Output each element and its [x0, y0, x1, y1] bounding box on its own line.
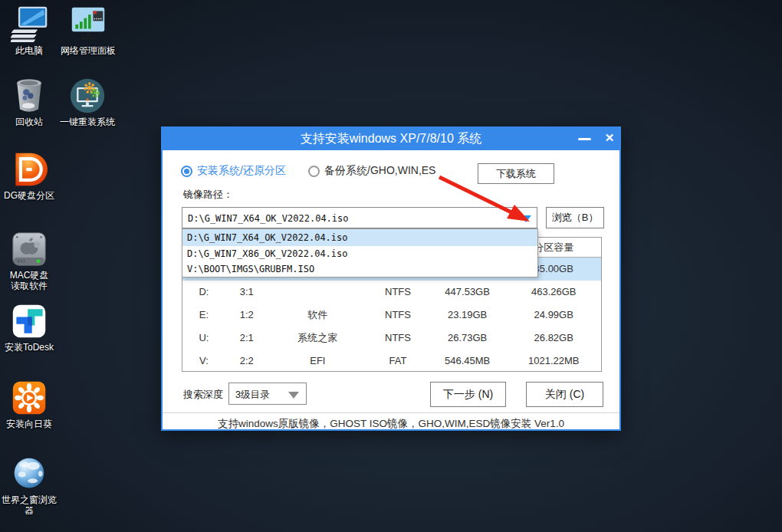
- install-todesk-icon: [11, 303, 48, 340]
- install-sunflower-icon: [11, 379, 48, 416]
- table-row[interactable]: D: 3:1 NTFS 447.53GB 463.26GB: [182, 281, 601, 304]
- browse-button[interactable]: 浏览（B）: [546, 207, 604, 228]
- image-path-combobox[interactable]: D:\G_WIN7_X64_OK_V2022.04.iso: [182, 207, 537, 228]
- desktop-icon-label: 一键重装系统: [58, 117, 117, 127]
- desktop-icon-label: 安装ToDesk: [0, 342, 58, 353]
- dropdown-item[interactable]: D:\G_WIN7_X86_OK_V2022.04.iso: [182, 246, 537, 261]
- next-step-button[interactable]: 下一步 (N): [430, 382, 506, 407]
- dialog-title: 支持安装windows XP/7/8/10 系统: [161, 126, 621, 150]
- dialog-titlebar: 支持安装windows XP/7/8/10 系统 ✕: [161, 126, 621, 150]
- this-pc-icon: [11, 6, 48, 43]
- desktop-icon-world-window-browser[interactable]: 世界之窗浏览器: [0, 455, 58, 516]
- minimize-icon[interactable]: [575, 131, 595, 146]
- desktop-icon-label: 此电脑: [0, 45, 58, 56]
- download-system-button[interactable]: 下载系统: [478, 163, 554, 184]
- search-depth-label: 搜索深度: [183, 388, 223, 402]
- install-dialog: 支持安装windows XP/7/8/10 系统 ✕ 安装系统/还原分区 备份系…: [161, 126, 621, 431]
- search-depth-value: 3级目录: [235, 389, 269, 402]
- desktop-icon-install-todesk[interactable]: 安装ToDesk: [0, 303, 58, 353]
- select-caret-icon: [288, 392, 299, 399]
- radio-install-label: 安装系统/还原分区: [197, 164, 286, 178]
- desktop-icon-mac-disk-reader[interactable]: MAC硬盘读取软件: [0, 231, 58, 291]
- desktop-icon-label: 安装向日葵: [0, 419, 58, 429]
- radio-unselected-icon: [308, 166, 320, 177]
- desktop-icon-one-key-reinstall[interactable]: 一键重装系统: [58, 77, 117, 127]
- desktop-icon-label: DG硬盘分区: [0, 190, 58, 201]
- combobox-caret-icon[interactable]: [521, 215, 531, 222]
- radio-install-system[interactable]: 安装系统/还原分区: [181, 164, 286, 178]
- radio-selected-icon: [181, 166, 192, 177]
- desktop-icon-label: 网络管理面板: [59, 45, 117, 56]
- desktop-icon-label: 世界之窗浏览器: [0, 494, 58, 516]
- desktop-icon-dg-partition[interactable]: DG硬盘分区: [0, 151, 58, 201]
- desktop-icon-recycle-bin[interactable]: 回收站: [0, 77, 58, 127]
- desktop-icon-install-sunflower[interactable]: 安装向日葵: [0, 379, 58, 429]
- close-icon[interactable]: ✕: [601, 130, 618, 146]
- radio-backup-label: 备份系统/GHO,WIN,ES: [324, 164, 435, 178]
- desktop-icon-network-panel[interactable]: 网络管理面板: [59, 6, 117, 56]
- desktop-icon-this-pc[interactable]: 此电脑: [0, 6, 58, 56]
- one-key-reinstall-icon: [69, 77, 106, 114]
- image-path-dropdown-list: D:\G_WIN7_X64_OK_V2022.04.iso D:\G_WIN7_…: [182, 228, 538, 277]
- search-depth-select[interactable]: 3级目录: [228, 383, 307, 405]
- close-dialog-button[interactable]: 关闭 (C): [526, 382, 603, 407]
- dropdown-item[interactable]: V:\BOOT\IMGS\GRUBFM.ISO: [182, 261, 537, 277]
- table-row[interactable]: V: 2:2 EFI FAT 546.45MB 1021.22MB: [182, 350, 601, 373]
- dropdown-item[interactable]: D:\G_WIN7_X64_OK_V2022.04.iso: [182, 229, 537, 246]
- radio-backup-system[interactable]: 备份系统/GHO,WIN,ES: [308, 164, 435, 178]
- desktop-icon-label: 回收站: [0, 117, 58, 127]
- desktop-icon-label: MAC硬盘读取软件: [5, 270, 53, 291]
- dialog-footer-text: 支持windows原版镜像，GHOST ISO镜像，GHO,WIM,ESD镜像安…: [163, 412, 619, 431]
- network-panel-icon: [70, 6, 107, 43]
- world-window-browser-icon: [11, 455, 48, 492]
- dg-partition-icon: [11, 151, 48, 188]
- mac-disk-reader-icon: [11, 231, 48, 268]
- image-path-label: 镜像路径：: [183, 188, 233, 202]
- image-path-value: D:\G_WIN7_X64_OK_V2022.04.iso: [188, 213, 349, 224]
- table-row[interactable]: E: 1:2 软件 NTFS 23.19GB 24.99GB: [182, 304, 601, 327]
- recycle-bin-icon: [11, 77, 48, 114]
- table-row[interactable]: U: 2:1 系统之家 NTFS 26.73GB 26.82GB: [182, 327, 601, 350]
